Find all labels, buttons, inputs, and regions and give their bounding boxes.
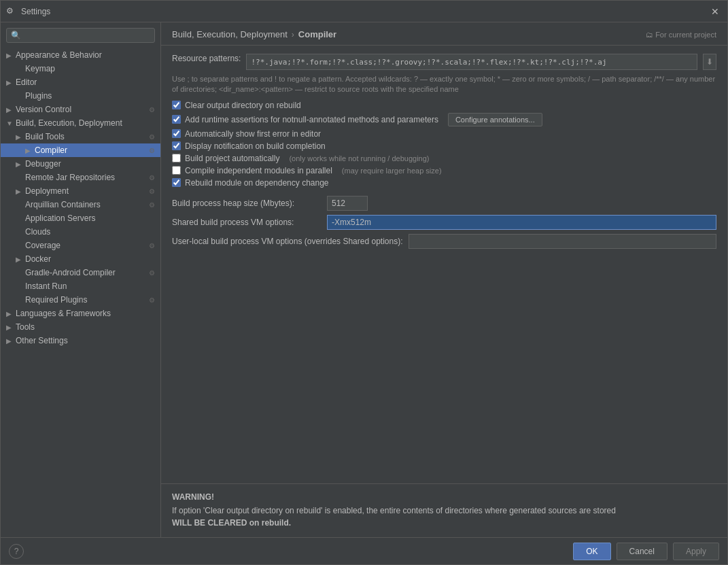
gear-icon: ⚙ — [149, 201, 155, 209]
search-icon: 🔍 — [11, 31, 21, 40]
display-notification-label: Display notification on build completion — [185, 141, 326, 151]
for-current-project: 🗂 For current project — [646, 31, 716, 39]
clear-output-label: Clear output directory on rebuild — [185, 101, 301, 110]
gear-icon: ⚙ — [149, 133, 155, 141]
gear-icon: ⚙ — [149, 147, 155, 154]
resource-patterns-input[interactable] — [246, 54, 697, 70]
sidebar-item-tools[interactable]: ▶ Tools — [1, 320, 160, 334]
sidebar-item-required-plugins[interactable]: Required Plugins ⚙ — [1, 293, 160, 307]
warning-box: WARNING! If option 'Clear output directo… — [161, 483, 727, 537]
build-auto-label: Build project automatically — [185, 154, 279, 163]
sidebar-item-coverage[interactable]: Coverage ⚙ — [1, 239, 160, 252]
gear-icon: ⚙ — [149, 106, 155, 114]
window-title: Settings — [21, 7, 50, 16]
show-first-error-checkbox[interactable] — [172, 129, 181, 138]
checkbox-rebuild-dependency: Rebuild module on dependency change — [172, 178, 716, 188]
help-button[interactable]: ? — [9, 544, 24, 559]
sidebar-item-compiler[interactable]: ▶ Compiler ⚙ — [1, 143, 160, 157]
configure-annotations-button[interactable]: Configure annotations... — [448, 113, 542, 126]
breadcrumb-compiler: Compiler — [298, 29, 336, 39]
gear-icon: ⚙ — [149, 188, 155, 195]
checkbox-compile-parallel: Compile independent modules in parallel … — [172, 166, 716, 175]
heap-size-input[interactable] — [327, 196, 368, 211]
sidebar: 🔍 ▶ Appearance & Behavior Keymap ▶ Edito… — [1, 22, 161, 537]
gear-icon: ⚙ — [149, 242, 155, 250]
rebuild-dependency-checkbox[interactable] — [172, 178, 181, 187]
sidebar-item-plugins[interactable]: Plugins — [1, 89, 160, 103]
close-button[interactable]: ✕ — [708, 5, 722, 18]
add-assertions-label: Add runtime assertions for notnull-annot… — [185, 115, 438, 124]
sidebar-item-clouds[interactable]: Clouds — [1, 225, 160, 239]
sidebar-item-build-execution[interactable]: ▼ Build, Execution, Deployment — [1, 116, 160, 130]
sidebar-item-arquillian[interactable]: Arquillian Containers ⚙ — [1, 198, 160, 211]
breadcrumb-arrow: › — [292, 30, 294, 39]
sidebar-item-remote-jar[interactable]: Remote Jar Repositories ⚙ — [1, 171, 160, 184]
bottom-buttons: OK Cancel Apply — [573, 543, 719, 560]
sidebar-item-gradle-android[interactable]: Gradle-Android Compiler ⚙ — [1, 266, 160, 279]
warning-strong-text: WILL BE CLEARED on rebuild. — [172, 518, 291, 528]
checkbox-show-first-error: Automatically show first error in editor — [172, 129, 716, 139]
ok-button[interactable]: OK — [573, 543, 610, 560]
build-auto-note: (only works while not running / debuggin… — [289, 154, 429, 162]
resource-patterns-hint: Use ; to separate patterns and ! to nega… — [172, 74, 716, 95]
user-vm-input[interactable] — [409, 234, 717, 249]
heap-size-label: Build process heap size (Mbytes): — [172, 199, 322, 208]
sidebar-item-appearance[interactable]: ▶ Appearance & Behavior — [1, 48, 160, 62]
gear-icon: ⚙ — [149, 174, 155, 182]
compile-parallel-label: Compile independent modules in parallel — [185, 166, 332, 175]
settings-window: ⚙ Settings ✕ 🔍 ▶ Appearance & Behavior K… — [0, 0, 728, 565]
main-content: 🔍 ▶ Appearance & Behavior Keymap ▶ Edito… — [1, 22, 727, 537]
compile-parallel-note: (may require larger heap size) — [342, 167, 442, 175]
resource-patterns-label: Resource patterns: — [172, 54, 241, 63]
sidebar-item-editor[interactable]: ▶ Editor — [1, 75, 160, 89]
shared-vm-label: Shared build process VM options: — [172, 218, 322, 227]
shared-vm-row: Shared build process VM options: — [172, 215, 716, 230]
cancel-button[interactable]: Cancel — [617, 543, 668, 560]
sidebar-item-debugger[interactable]: ▶ Debugger — [1, 157, 160, 171]
checkbox-display-notification: Display notification on build completion — [172, 141, 716, 151]
display-notification-checkbox[interactable] — [172, 141, 181, 150]
checkbox-add-assertions: Add runtime assertions for notnull-annot… — [172, 113, 716, 126]
clear-output-checkbox[interactable] — [172, 101, 181, 109]
sidebar-item-languages[interactable]: ▶ Languages & Frameworks — [1, 307, 160, 320]
right-panel: Build, Execution, Deployment › Compiler … — [161, 22, 727, 537]
expand-button[interactable]: ⬇ — [703, 54, 716, 70]
bottom-bar: ? OK Cancel Apply — [1, 537, 727, 564]
rebuild-dependency-label: Rebuild module on dependency change — [185, 178, 329, 188]
sidebar-item-docker[interactable]: ▶ Docker — [1, 252, 160, 266]
title-bar: ⚙ Settings ✕ — [1, 1, 727, 22]
apply-button[interactable]: Apply — [673, 543, 719, 560]
compile-parallel-checkbox[interactable] — [172, 166, 181, 175]
shared-vm-input[interactable] — [327, 215, 716, 230]
sidebar-item-other-settings[interactable]: ▶ Other Settings — [1, 334, 160, 347]
sidebar-item-build-tools[interactable]: ▶ Build Tools ⚙ — [1, 130, 160, 143]
project-icon: 🗂 — [646, 31, 653, 39]
sidebar-item-version-control[interactable]: ▶ Version Control ⚙ — [1, 103, 160, 116]
panel-body: Resource patterns: ⬇ Use ; to separate p… — [161, 46, 727, 483]
show-first-error-label: Automatically show first error in editor — [185, 129, 321, 139]
sidebar-item-app-servers[interactable]: Application Servers — [1, 211, 160, 225]
search-input[interactable] — [24, 31, 150, 40]
build-auto-checkbox[interactable] — [172, 154, 181, 162]
checkbox-build-auto: Build project automatically (only works … — [172, 154, 716, 163]
warning-title: WARNING! — [172, 492, 716, 502]
breadcrumb-build: Build, Execution, Deployment — [172, 29, 288, 39]
sidebar-item-deployment[interactable]: ▶ Deployment ⚙ — [1, 184, 160, 198]
user-vm-label: User-local build process VM options (ove… — [172, 237, 403, 246]
add-assertions-checkbox[interactable] — [172, 115, 181, 124]
app-icon: ⚙ — [6, 6, 17, 17]
user-vm-row: User-local build process VM options (ove… — [172, 234, 716, 249]
search-box[interactable]: 🔍 — [6, 28, 155, 43]
sidebar-item-keymap[interactable]: Keymap — [1, 62, 160, 75]
sidebar-item-instant-run[interactable]: Instant Run — [1, 279, 160, 293]
gear-icon: ⚙ — [149, 296, 155, 304]
warning-text: If option 'Clear output directory on reb… — [172, 504, 716, 529]
resource-patterns-row: Resource patterns: ⬇ — [172, 54, 716, 70]
gear-icon: ⚙ — [149, 269, 155, 277]
checkbox-clear-output: Clear output directory on rebuild — [172, 101, 716, 110]
title-bar-left: ⚙ Settings — [6, 6, 50, 17]
heap-size-row: Build process heap size (Mbytes): — [172, 196, 716, 211]
panel-header: Build, Execution, Deployment › Compiler … — [161, 22, 727, 46]
